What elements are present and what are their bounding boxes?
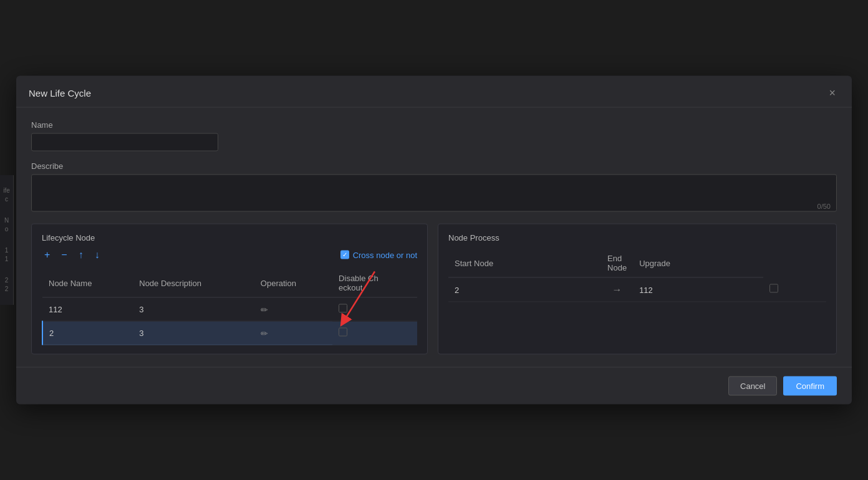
disable-checkout-cell — [332, 297, 417, 321]
move-down-button[interactable]: ↓ — [92, 249, 102, 261]
table-row[interactable]: 2 → 112 — [448, 277, 826, 302]
cancel-button[interactable]: Cancel — [728, 377, 777, 396]
col-disable-checkout: Disable Checkout — [332, 269, 417, 298]
node-process-panel: Node Process Start Node End Node Upgrade… — [438, 224, 837, 355]
describe-textarea-wrapper: 0/50 — [31, 175, 837, 214]
close-button[interactable]: × — [825, 86, 839, 100]
col-operation: Operation — [254, 269, 332, 298]
dialog-title: New Life Cycle — [29, 87, 91, 98]
end-node-cell: 112 — [633, 277, 763, 302]
node-name-cell: 112 — [42, 297, 133, 321]
node-desc-cell: 3 — [133, 297, 254, 321]
lifecycle-node-table: Node Name Node Description Operation Dis… — [42, 269, 417, 345]
node-table-wrapper: Node Name Node Description Operation Dis… — [42, 269, 417, 345]
sidebar-item-1: ife c — [2, 180, 11, 210]
confirm-button[interactable]: Confirm — [783, 377, 837, 396]
describe-label: Describe — [31, 161, 837, 171]
operation-cell: ✏ — [254, 297, 332, 321]
name-input[interactable] — [31, 133, 218, 151]
cross-node-text: Cross node or not — [353, 250, 417, 259]
upgrade-checkbox[interactable] — [769, 284, 778, 293]
col-upgrade: Upgrade — [633, 249, 763, 278]
describe-field-group: Describe 0/50 — [31, 161, 837, 214]
dialog-body: Name Describe 0/50 Lifecycle Node + − ↑ … — [16, 108, 852, 367]
col-node-name: Node Name — [42, 269, 133, 298]
operation-cell: ✏ — [254, 321, 332, 345]
process-arrow-icon: → — [612, 284, 622, 295]
name-label: Name — [31, 120, 837, 130]
remove-node-button[interactable]: − — [59, 249, 69, 261]
char-count: 0/50 — [817, 203, 831, 210]
node-name-cell: 2 — [42, 321, 133, 345]
panels-container: Lifecycle Node + − ↑ ↓ Cross node or not — [31, 224, 837, 355]
cross-node-checkbox-label[interactable]: Cross node or not — [340, 250, 417, 259]
edit-icon[interactable]: ✏ — [261, 328, 268, 338]
dialog-header: New Life Cycle × — [16, 76, 852, 108]
describe-input[interactable] — [31, 175, 837, 212]
new-lifecycle-dialog: New Life Cycle × Name Describe 0/50 Life… — [16, 76, 852, 405]
lifecycle-node-toolbar: + − ↑ ↓ Cross node or not — [42, 249, 417, 261]
node-process-panel-title: Node Process — [448, 233, 826, 242]
edit-icon[interactable]: ✏ — [261, 304, 268, 314]
lifecycle-node-panel: Lifecycle Node + − ↑ ↓ Cross node or not — [31, 224, 428, 355]
name-field-group: Name — [31, 120, 837, 151]
col-node-description: Node Description — [133, 269, 254, 298]
move-up-button[interactable]: ↑ — [76, 249, 86, 261]
cross-node-checkbox[interactable] — [340, 251, 349, 259]
node-process-table: Start Node End Node Upgrade 2 → 112 — [448, 249, 826, 302]
disable-checkout-checkbox-2[interactable] — [339, 328, 347, 337]
table-row[interactable]: 112 3 ✏ — [42, 297, 417, 321]
col-end-node: End Node — [601, 249, 633, 278]
dialog-footer: Cancel Confirm — [16, 367, 852, 405]
upgrade-cell — [763, 277, 826, 302]
table-row[interactable]: 2 3 ✏ — [42, 321, 417, 345]
add-node-button[interactable]: + — [42, 249, 52, 261]
lifecycle-node-panel-title: Lifecycle Node — [42, 233, 417, 242]
start-node-cell: 2 — [448, 277, 601, 302]
sidebar-item-4: 2 2 — [2, 270, 11, 300]
arrow-cell: → — [601, 277, 633, 302]
sidebar-item-3: 1 1 — [2, 240, 11, 270]
col-start-node: Start Node — [448, 249, 601, 278]
node-desc-cell: 3 — [133, 321, 254, 345]
disable-checkout-checkbox[interactable] — [339, 304, 347, 313]
disable-checkout-cell — [332, 321, 417, 345]
sidebar-glimpse: ife c N o 1 1 2 2 — [0, 175, 14, 305]
sidebar-item-2: N o — [2, 210, 11, 240]
